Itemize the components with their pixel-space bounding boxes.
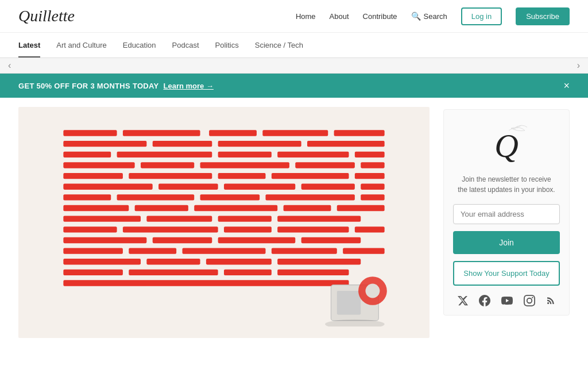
twitter-icon[interactable] — [457, 295, 469, 309]
svg-rect-65 — [63, 280, 349, 286]
svg-rect-26 — [224, 184, 295, 190]
svg-rect-12 — [277, 152, 349, 157]
svg-rect-34 — [63, 205, 129, 211]
svg-rect-37 — [284, 205, 331, 211]
tab-politics[interactable]: Politics — [215, 41, 239, 57]
facebook-icon[interactable] — [479, 295, 490, 309]
site-logo[interactable]: Quillette — [18, 7, 75, 25]
svg-rect-16 — [200, 162, 289, 168]
svg-rect-40 — [146, 216, 212, 221]
article-area — [18, 107, 443, 338]
scroll-left-button[interactable]: ‹ — [5, 60, 14, 71]
svg-rect-39 — [63, 216, 141, 221]
svg-rect-55 — [272, 248, 337, 253]
tab-science-tech[interactable]: Science / Tech — [255, 41, 303, 57]
svg-rect-7 — [218, 141, 301, 147]
tab-art-culture[interactable]: Art and Culture — [56, 41, 106, 57]
svg-rect-43 — [63, 226, 117, 232]
sidebar: Q Join the newsletter to receive the lat… — [443, 107, 570, 338]
svg-rect-51 — [301, 237, 361, 243]
support-button[interactable]: Show Your Support Today — [453, 261, 560, 286]
join-button[interactable]: Join — [453, 231, 560, 254]
svg-rect-31 — [200, 194, 260, 200]
nav-about[interactable]: About — [330, 12, 349, 21]
nav-contribute[interactable]: Contribute — [363, 12, 397, 21]
svg-rect-18 — [361, 162, 384, 168]
svg-rect-59 — [206, 259, 272, 264]
svg-rect-19 — [63, 173, 123, 179]
svg-rect-13 — [355, 152, 385, 157]
scroll-arrows-row: ‹ › — [0, 58, 588, 74]
svg-rect-3 — [262, 130, 328, 136]
youtube-icon[interactable] — [501, 295, 513, 309]
sidebar-tagline: Join the newsletter to receive the lates… — [453, 172, 560, 197]
sidebar-q-illustration: Q — [483, 118, 529, 170]
svg-rect-52 — [63, 248, 123, 253]
svg-rect-64 — [277, 270, 349, 275]
svg-rect-8 — [307, 141, 385, 147]
banner-text-area: GET 50% OFF FOR 3 MONTHS TODAY Learn mor… — [18, 82, 214, 90]
header-nav: Home About Contribute 🔍 Search Log in Su… — [296, 7, 570, 25]
svg-rect-32 — [265, 194, 354, 200]
svg-rect-20 — [129, 173, 212, 179]
svg-rect-36 — [194, 205, 277, 211]
svg-point-69 — [365, 284, 380, 298]
svg-rect-60 — [277, 259, 361, 264]
svg-rect-10 — [117, 152, 212, 157]
svg-text:Q: Q — [494, 128, 519, 164]
article-illustration — [57, 124, 390, 326]
svg-rect-53 — [129, 248, 176, 253]
promo-banner: GET 50% OFF FOR 3 MONTHS TODAY Learn mor… — [0, 74, 588, 98]
svg-rect-29 — [63, 194, 111, 200]
search-icon: 🔍 — [411, 11, 421, 21]
tab-latest[interactable]: Latest — [18, 41, 40, 57]
sidebar-q-logo: Q — [483, 121, 529, 167]
tab-podcast[interactable]: Podcast — [172, 41, 199, 57]
banner-close-button[interactable]: × — [563, 80, 570, 91]
svg-rect-67 — [337, 291, 361, 314]
login-button[interactable]: Log in — [461, 7, 502, 25]
rss-icon[interactable] — [546, 295, 556, 309]
svg-rect-14 — [63, 162, 134, 168]
svg-rect-21 — [218, 173, 266, 179]
article-image — [18, 107, 430, 338]
svg-rect-0 — [63, 130, 117, 136]
email-input[interactable] — [453, 204, 560, 224]
svg-rect-62 — [129, 270, 218, 275]
svg-rect-4 — [334, 130, 385, 136]
search-label: Search — [424, 12, 447, 21]
search-area[interactable]: 🔍 Search — [411, 11, 447, 21]
svg-rect-45 — [224, 226, 272, 232]
svg-rect-1 — [123, 130, 200, 136]
svg-rect-2 — [209, 130, 257, 136]
social-icons — [457, 295, 556, 309]
svg-rect-48 — [63, 237, 146, 243]
scroll-right-button[interactable]: › — [574, 60, 583, 71]
svg-rect-9 — [63, 152, 111, 157]
svg-rect-35 — [135, 205, 188, 211]
svg-rect-42 — [277, 216, 361, 221]
instagram-icon[interactable] — [524, 295, 535, 309]
svg-rect-11 — [218, 152, 272, 157]
svg-rect-57 — [63, 259, 141, 264]
svg-rect-56 — [343, 248, 384, 253]
svg-rect-61 — [63, 270, 123, 275]
svg-rect-49 — [153, 237, 212, 243]
subscribe-button[interactable]: Subscribe — [516, 7, 570, 25]
banner-main-text: GET 50% OFF FOR 3 MONTHS TODAY — [18, 82, 158, 90]
tab-education[interactable]: Education — [123, 41, 156, 57]
svg-rect-23 — [355, 173, 385, 179]
svg-rect-47 — [355, 226, 385, 232]
banner-learn-more[interactable]: Learn more → — [163, 82, 213, 90]
nav-home[interactable]: Home — [296, 12, 316, 21]
sidebar-logo-area: Q Join the newsletter to receive the lat… — [443, 109, 570, 316]
svg-rect-22 — [272, 173, 349, 179]
svg-rect-30 — [117, 194, 195, 200]
svg-rect-27 — [301, 184, 355, 190]
svg-rect-44 — [123, 226, 218, 232]
svg-rect-41 — [218, 216, 272, 221]
svg-rect-24 — [63, 184, 152, 190]
svg-rect-50 — [218, 237, 296, 243]
svg-rect-25 — [158, 184, 218, 190]
logo-text: Quillette — [18, 7, 75, 25]
